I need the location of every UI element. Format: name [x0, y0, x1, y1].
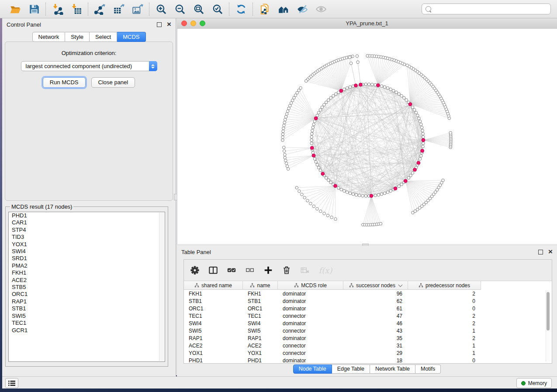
table-row[interactable]: TEC1TEC1connector472	[184, 312, 552, 320]
memory-button[interactable]: Memory	[516, 378, 552, 388]
mcds-result-item[interactable]: STB1	[9, 305, 165, 312]
column-header-label: predecessor nodes	[426, 282, 470, 289]
tab-motifs[interactable]: Motifs	[415, 364, 441, 374]
mcds-result-list[interactable]: PHD1CAR1STP4TID3YOX1SWI4SRD1PMA2FKH1ACE2…	[8, 212, 165, 362]
table-toolbar: f(x)	[184, 260, 552, 281]
table-cell: PHD1	[184, 358, 243, 364]
mcds-result-item[interactable]: SWI5	[9, 313, 165, 320]
network-graph[interactable]	[177, 29, 557, 244]
table-cell: TEC1	[243, 313, 278, 319]
mcds-result-item[interactable]: FKH1	[9, 269, 165, 276]
export-image-icon	[132, 3, 143, 15]
table-gear-button[interactable]	[190, 265, 200, 275]
column-attribute-icon	[294, 283, 299, 288]
close-table-panel-icon[interactable]: ×	[548, 250, 553, 254]
mcds-result-item[interactable]: STB5	[9, 284, 165, 291]
table-row[interactable]: ACE2ACE2connector311	[184, 342, 552, 349]
mcds-result-item[interactable]: PMA2	[9, 262, 165, 269]
search-box[interactable]	[422, 3, 551, 14]
tab-edge-table[interactable]: Edge Table	[332, 364, 370, 374]
tab-select[interactable]: Select	[90, 32, 117, 42]
tab-network[interactable]: Network	[32, 32, 65, 42]
table-row[interactable]: SWI5SWI5connector431	[184, 327, 552, 334]
export-table-button[interactable]	[113, 3, 125, 15]
table-cell: PHD1	[243, 358, 278, 364]
function-icon: f(x)	[319, 266, 332, 275]
show-all-icon	[315, 3, 327, 15]
table-row[interactable]: STB1STB1dominator620	[184, 297, 552, 305]
zoom-fit-button[interactable]	[193, 3, 204, 15]
network-window-titlebar[interactable]: YPA_prune.txt_1	[177, 18, 557, 29]
hide-selected-button[interactable]	[296, 3, 308, 15]
column-header-successor-nodes[interactable]: successor nodes	[343, 281, 408, 289]
mcds-result-item[interactable]: TID3	[9, 234, 165, 241]
table-panel: Table Panel × f(x) shared name name MCDS…	[177, 246, 557, 376]
table-row[interactable]: SWI4SWI4dominator462	[184, 320, 552, 327]
table-scrollbar[interactable]	[546, 290, 550, 361]
mcds-result-item[interactable]: ACE2	[9, 277, 165, 284]
export-network-icon	[94, 3, 106, 15]
criterion-dropdown[interactable]: largest connected component (undirected)	[21, 61, 157, 71]
table-cell: 0	[408, 298, 481, 304]
show-all-button[interactable]	[315, 3, 327, 15]
table-cell: 0	[408, 358, 481, 364]
close-panel-button[interactable]: Close panel	[91, 77, 135, 88]
tab-node-table[interactable]: Node Table	[293, 364, 332, 374]
column-header-predecessor-nodes[interactable]: predecessor nodes	[408, 281, 481, 289]
mcds-list-scrollbar[interactable]	[159, 213, 164, 361]
show-columns-button[interactable]	[208, 265, 218, 275]
table-row[interactable]: ORC1ORC1dominator610	[184, 305, 552, 312]
open-file-button[interactable]	[9, 3, 21, 15]
column-header-shared-name[interactable]: shared name	[184, 281, 243, 289]
column-header-MCDS-role[interactable]: MCDS role	[278, 281, 343, 289]
run-mcds-button[interactable]: Run MCDS	[43, 77, 86, 88]
tab-style[interactable]: Style	[65, 32, 90, 42]
import-table-button[interactable]	[70, 3, 82, 15]
mcds-result-item[interactable]: STP4	[9, 227, 165, 234]
save-session-icon	[28, 3, 40, 15]
mcds-result-item[interactable]: CAR1	[9, 219, 165, 226]
search-input[interactable]	[434, 6, 547, 13]
float-table-panel-icon[interactable]	[538, 250, 543, 254]
export-image-button[interactable]	[131, 3, 143, 15]
zoom-out-button[interactable]	[174, 3, 186, 15]
table-row[interactable]: YOX1YOX1connector291	[184, 349, 552, 357]
close-panel-icon[interactable]: ×	[167, 22, 171, 27]
table-column-headers: shared name name MCDS role successor nod…	[184, 281, 481, 290]
table-row[interactable]: PHD1PHD1dominator180	[184, 357, 552, 364]
tab-network-table[interactable]: Network Table	[370, 364, 415, 374]
mcds-result-item[interactable]: YOX1	[9, 241, 165, 248]
float-panel-icon[interactable]	[157, 22, 162, 27]
export-network-button[interactable]	[94, 3, 106, 15]
delete-row-button[interactable]	[281, 265, 292, 275]
mcds-result-item[interactable]: RAP1	[9, 298, 165, 305]
mcds-result-item[interactable]: GCR1	[9, 327, 165, 334]
network-canvas[interactable]	[177, 29, 557, 244]
import-network-button[interactable]	[52, 3, 63, 15]
save-session-button[interactable]	[28, 3, 40, 15]
table-row[interactable]: FKH1FKH1dominator962	[184, 290, 552, 297]
panel-menu-button[interactable]	[5, 378, 18, 388]
node-table-container: f(x) shared name name MCDS role successo…	[183, 259, 552, 364]
column-header-label: MCDS role	[301, 282, 327, 289]
table-scrollbar-thumb[interactable]	[547, 292, 550, 330]
mcds-result-item[interactable]: PHD1	[9, 212, 165, 219]
first-neighbors-button[interactable]	[277, 3, 289, 15]
deselect-all-button[interactable]	[245, 265, 255, 275]
mcds-result-item[interactable]: SRD1	[9, 255, 165, 262]
zoom-selected-button[interactable]	[211, 3, 223, 15]
select-all-button[interactable]	[226, 265, 237, 275]
refresh-layout-button[interactable]	[235, 3, 247, 15]
table-row[interactable]: RAP1RAP1dominator352	[184, 334, 552, 342]
add-row-button[interactable]	[263, 265, 273, 275]
clone-network-button[interactable]	[259, 3, 270, 15]
column-header-name[interactable]: name	[243, 281, 278, 289]
tab-mcds[interactable]: MCDS	[117, 32, 145, 42]
mcds-result-item[interactable]: SWI4	[9, 248, 165, 255]
mcds-result-item[interactable]: TEC1	[9, 320, 165, 327]
mcds-result-item[interactable]: ORC1	[9, 291, 165, 298]
table-cell: 0	[408, 306, 481, 312]
apply-function-button[interactable]: f(x)	[318, 265, 333, 275]
delete-table-button[interactable]	[300, 265, 310, 275]
zoom-in-button[interactable]	[155, 3, 167, 15]
